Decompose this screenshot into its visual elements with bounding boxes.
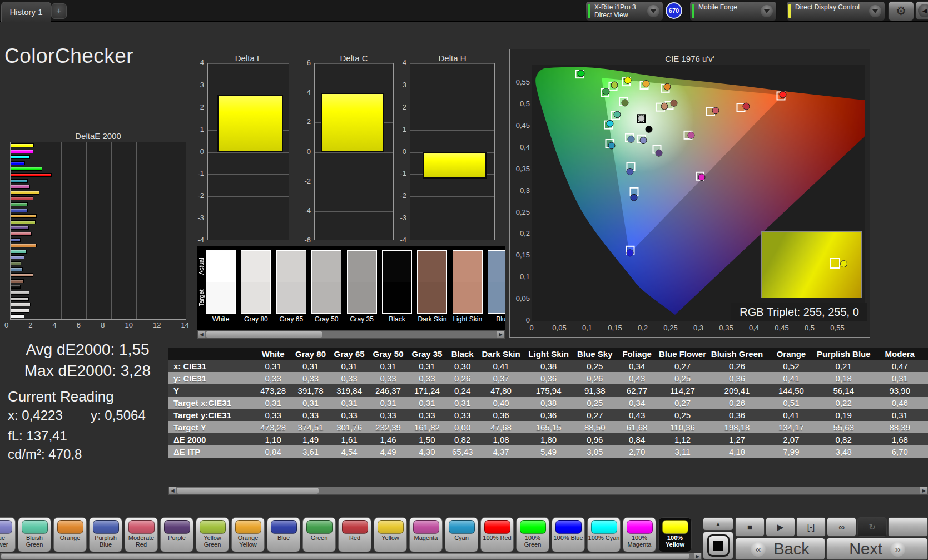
patch-button-blue-flower[interactable]: Blue Flower bbox=[0, 517, 16, 552]
sync-icon: ↻ bbox=[869, 522, 876, 532]
patch-button-label: Yellow bbox=[374, 534, 406, 541]
table-cell: 7,99 bbox=[767, 445, 816, 458]
x-tick-label: 8 bbox=[101, 321, 105, 329]
table-header: WhiteGray 80Gray 65Gray 50Gray 35BlackDa… bbox=[168, 348, 928, 360]
patch-button-100-green[interactable]: 100% Green bbox=[516, 517, 549, 552]
source-dropdown[interactable]: Mobile Forge bbox=[689, 1, 777, 21]
scrollbar-thumb[interactable] bbox=[177, 488, 319, 494]
scroll-left-icon[interactable]: ◀ bbox=[198, 331, 205, 338]
table-cell: 0,33 bbox=[369, 372, 408, 384]
patch-button-yellow-green[interactable]: Yellow Green bbox=[196, 517, 229, 552]
patch-color-chip bbox=[235, 520, 261, 534]
add-tab-button[interactable]: + bbox=[51, 3, 67, 19]
row-label: Target Y bbox=[168, 421, 255, 433]
patch-button-100-cyan[interactable]: 100% Cyan bbox=[587, 517, 621, 552]
patch-button-100-yellow[interactable]: 100% Yellow bbox=[658, 517, 692, 552]
swatch-actual bbox=[277, 251, 306, 282]
scroll-right-icon[interactable]: ▶ bbox=[920, 487, 927, 494]
record-button[interactable] bbox=[888, 517, 928, 537]
measured-point-100-yellow bbox=[624, 77, 631, 83]
settings-button[interactable]: ⚙ bbox=[888, 1, 914, 21]
delta-l-chart bbox=[207, 63, 289, 240]
measured-point-red bbox=[743, 103, 750, 110]
table-cell: 0,33 bbox=[330, 409, 369, 421]
patch-button-moderate-red[interactable]: Moderate Red bbox=[125, 517, 158, 552]
table-scrollbar[interactable]: ◀ ▶ bbox=[168, 487, 928, 495]
tab-history-1[interactable]: History 1 bbox=[1, 2, 51, 22]
loop-button[interactable]: ∞ bbox=[827, 517, 856, 537]
deltae-bar-100-red bbox=[11, 173, 52, 177]
patch-button-blue[interactable]: Blue bbox=[267, 517, 300, 552]
deltae-bar-gray-80 bbox=[11, 309, 29, 313]
window-icon bbox=[707, 534, 730, 557]
patch-button-purple[interactable]: Purple bbox=[160, 517, 193, 552]
target-square-icon bbox=[830, 258, 840, 269]
patch-button-100-blue[interactable]: 100% Blue bbox=[552, 517, 585, 552]
patch-button-yellow[interactable]: Yellow bbox=[374, 517, 407, 552]
chevron-down-icon bbox=[761, 5, 773, 17]
meter-status-stripe bbox=[588, 4, 590, 18]
table-cell: 0,43 bbox=[616, 409, 658, 421]
patch-button-purplish-blue[interactable]: Purplish Blue bbox=[89, 517, 122, 552]
delta-c-chart bbox=[314, 63, 394, 240]
table-cell: 0,33 bbox=[408, 409, 446, 421]
patch-color-chip bbox=[520, 520, 546, 534]
table-cell: 473,28 bbox=[255, 421, 291, 433]
gear-icon: ⚙ bbox=[896, 4, 906, 18]
swatch-gray-65: Gray 65 bbox=[276, 250, 306, 323]
patch-button-label: Cyan bbox=[445, 534, 478, 541]
patch-bar-scrollbar[interactable]: ▶ bbox=[0, 553, 702, 560]
table-cell: 1,27 bbox=[707, 433, 767, 445]
step-button[interactable]: [-] bbox=[796, 517, 826, 537]
meter-count-badge[interactable]: 670 bbox=[666, 2, 682, 19]
patch-button-label: 100% Blue bbox=[552, 534, 584, 541]
swatch-strip-scrollbar[interactable]: ◀ ▶ bbox=[197, 330, 505, 339]
deltae2000-chart-title: DeltaE 2000 bbox=[10, 131, 186, 141]
scroll-right-icon[interactable]: ▶ bbox=[694, 553, 701, 559]
meter-dropdown[interactable]: X-Rite i1Pro 3Direct View bbox=[585, 1, 663, 21]
chevron-down-icon bbox=[869, 5, 881, 17]
table-cell: 0,26 bbox=[446, 372, 478, 384]
patch-button-cyan[interactable]: Cyan bbox=[445, 517, 478, 552]
expand-up-button[interactable]: ▲ bbox=[703, 517, 733, 531]
sync-button[interactable]: ↻ bbox=[857, 517, 887, 537]
table-cell: 62,77 bbox=[616, 384, 658, 397]
measured-point-100-blue bbox=[627, 250, 633, 256]
back-button[interactable]: « Back bbox=[735, 538, 825, 560]
patch-button-orange[interactable]: Orange bbox=[53, 517, 87, 552]
scrollbar-thumb[interactable] bbox=[1, 554, 689, 559]
table-cell: 0,41 bbox=[767, 409, 816, 421]
scroll-left-icon[interactable]: ◀ bbox=[169, 487, 176, 494]
table-cell: 165,15 bbox=[524, 421, 573, 433]
patch-button-100-magenta[interactable]: 100% Magenta bbox=[623, 517, 656, 552]
y-tick-label: 0,15 bbox=[511, 251, 530, 259]
patch-button-green[interactable]: Green bbox=[302, 517, 336, 552]
row-label: Y bbox=[168, 384, 255, 397]
table-cell: 0,18 bbox=[816, 372, 872, 384]
patch-color-chip bbox=[627, 520, 653, 534]
swatch-label: Dark Skin bbox=[417, 315, 447, 323]
patch-button-magenta[interactable]: Magenta bbox=[409, 517, 443, 552]
workflow-dropdown[interactable]: Direct Display Control bbox=[786, 1, 885, 21]
table-cell: 0,31 bbox=[255, 397, 291, 409]
table-cell: 2,07 bbox=[767, 433, 816, 445]
patch-button-bluish-green[interactable]: Bluish Green bbox=[18, 517, 51, 552]
scroll-right-icon[interactable]: ▶ bbox=[497, 331, 504, 338]
measured-point-magenta bbox=[688, 132, 694, 138]
column-header-blue-sky: Blue Sky bbox=[573, 348, 616, 360]
deltae2000-x-axis: 02468101214 bbox=[4, 321, 189, 329]
play-button[interactable]: ▶ bbox=[766, 517, 795, 537]
collapse-panel-button[interactable]: ◀ bbox=[915, 1, 928, 20]
patch-button-orange-yellow[interactable]: Orange Yellow bbox=[231, 517, 265, 552]
table-cell: 0,00 bbox=[446, 421, 478, 433]
patch-button-red[interactable]: Red bbox=[338, 517, 371, 552]
stop-button[interactable]: ■ bbox=[735, 517, 765, 537]
patch-button-100-red[interactable]: 100% Red bbox=[480, 517, 514, 552]
scrollbar-thumb[interactable] bbox=[206, 331, 322, 338]
next-button[interactable]: Next » bbox=[826, 538, 928, 560]
current-reading-heading: Current Reading bbox=[8, 388, 114, 405]
table-cell: 0,82 bbox=[446, 433, 478, 445]
pattern-window-button[interactable] bbox=[703, 532, 733, 559]
patch-button-label: 100% Yellow bbox=[659, 534, 691, 548]
table-cell: 0,19 bbox=[816, 409, 872, 421]
